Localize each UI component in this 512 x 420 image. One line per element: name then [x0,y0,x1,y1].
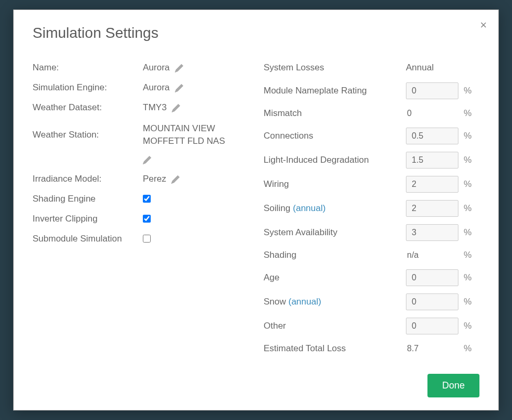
pencil-icon[interactable] [175,64,183,72]
loss-label: System Availability [264,227,406,238]
loss-label: Other [264,321,406,331]
pencil-icon[interactable] [172,104,180,112]
setting-value: Aurora [143,82,170,93]
close-button[interactable]: × [480,19,487,31]
loss-connections: Connections % [264,128,479,144]
loss-nameplate: Module Nameplate Rating % [264,82,479,99]
setting-value: Perez [143,174,166,184]
loss-unit: % [464,250,472,260]
loss-lid: Light-Induced Degradation % [264,152,479,169]
losses-column: System Losses Annual Module Nameplate Ra… [264,62,479,363]
setting-label: Weather Dataset: [33,102,143,113]
setting-weather-station: Weather Station: MOUNTAIN VIEW MOFFETT F… [33,122,248,164]
done-button[interactable]: Done [427,374,479,397]
loss-label: Connections [264,131,406,141]
nameplate-input[interactable] [406,82,458,99]
setting-label: Irradiance Model: [33,174,143,184]
loss-unit: % [464,86,472,96]
settings-column: Name: Aurora Simulation Engine: Aurora [33,62,248,363]
loss-unit: % [464,131,472,141]
setting-shading-engine: Shading Engine [33,194,248,204]
losses-header-label: System Losses [264,62,406,73]
loss-unit: % [464,108,472,119]
pencil-icon[interactable] [171,175,180,184]
loss-availability: System Availability % [264,224,479,241]
setting-submodule-simulation: Submodule Simulation [33,234,248,244]
loss-unit: % [464,179,472,190]
loss-label: Light-Induced Degradation [264,155,406,165]
loss-label: Age [264,272,406,283]
setting-inverter-clipping: Inverter Clipping [33,214,248,224]
loss-label: Module Nameplate Rating [264,86,406,96]
setting-label: Simulation Engine: [33,82,143,93]
shading-engine-checkbox[interactable] [143,195,151,203]
loss-other: Other % [264,318,479,334]
mismatch-value: 0 [406,107,458,120]
snow-input[interactable] [406,293,458,310]
setting-value: TMY3 [143,102,166,113]
soiling-input[interactable] [406,200,458,217]
setting-label: Submodule Simulation [33,234,143,244]
modal-footer: Done [33,374,479,397]
loss-snow: Snow (annual) % [264,293,479,310]
modal-body: Name: Aurora Simulation Engine: Aurora [33,62,479,363]
setting-value: Aurora [143,62,170,73]
simulation-settings-modal: × Simulation Settings Name: Aurora Simul… [13,9,499,411]
setting-irradiance-model: Irradiance Model: Perez [33,174,248,184]
setting-weather-dataset: Weather Dataset: TMY3 [33,102,248,113]
losses-header: System Losses Annual [264,62,479,73]
setting-label: Weather Station: [33,122,143,140]
losses-header-annual: Annual [406,62,479,73]
loss-unit: % [464,297,472,307]
total-value: 8.7 [406,342,458,355]
setting-simulation-engine: Simulation Engine: Aurora [33,82,248,93]
loss-age: Age % [264,269,479,286]
soiling-annual-link[interactable]: (annual) [293,203,326,213]
loss-shading: Shading n/a % [264,248,479,262]
loss-unit: % [464,203,472,214]
loss-label: Estimated Total Loss [264,343,406,354]
lid-input[interactable] [406,152,458,169]
loss-label: Shading [264,250,406,260]
setting-label: Name: [33,62,143,73]
loss-unit: % [464,272,472,283]
loss-mismatch: Mismatch 0 % [264,107,479,120]
loss-label: Wiring [264,179,406,190]
setting-label: Shading Engine [33,194,143,204]
snow-annual-link[interactable]: (annual) [288,297,321,307]
loss-unit: % [464,227,472,238]
age-input[interactable] [406,269,458,286]
pencil-icon[interactable] [175,84,183,92]
loss-wiring: Wiring % [264,176,479,193]
setting-label: Inverter Clipping [33,214,143,224]
setting-name: Name: Aurora [33,62,248,73]
loss-unit: % [464,343,472,354]
loss-soiling: Soiling (annual) % [264,200,479,217]
loss-unit: % [464,321,472,331]
modal-title: Simulation Settings [33,25,479,41]
loss-label: Mismatch [264,108,406,119]
loss-label: Soiling (annual) [264,203,406,214]
loss-total: Estimated Total Loss 8.7 % [264,342,479,355]
submodule-simulation-checkbox[interactable] [143,235,151,243]
loss-label: Snow (annual) [264,297,406,307]
connections-input[interactable] [406,128,458,144]
setting-value: MOUNTAIN VIEW MOFFETT FLD NAS [143,122,248,148]
loss-unit: % [464,155,472,165]
inverter-clipping-checkbox[interactable] [143,215,151,223]
shading-value: n/a [406,248,458,262]
wiring-input[interactable] [406,176,458,193]
pencil-icon[interactable] [143,156,151,164]
other-input[interactable] [406,318,458,334]
availability-input[interactable] [406,224,458,241]
